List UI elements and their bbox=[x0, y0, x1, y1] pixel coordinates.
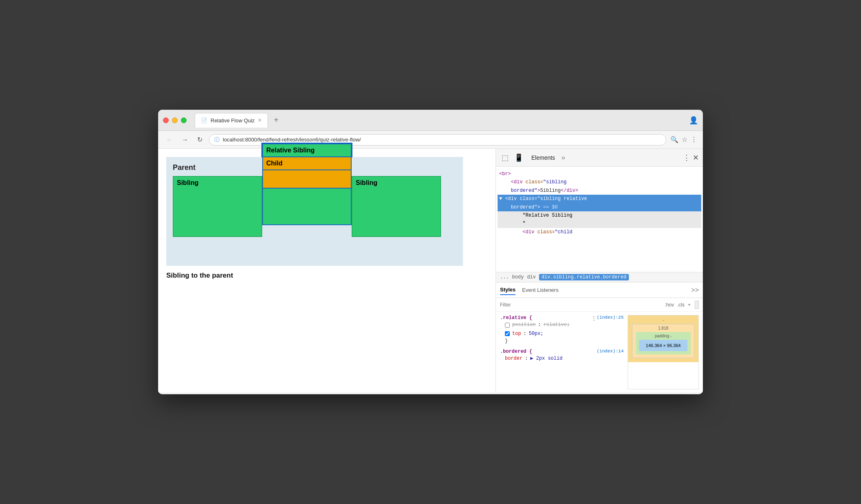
relative-sibling-bottom bbox=[262, 189, 352, 225]
elem-line-relative-highlighted[interactable]: ▼ <div class="sibling relative bbox=[498, 195, 701, 203]
styles-tabs: Styles Event Listeners >> bbox=[496, 282, 703, 298]
filter-cls[interactable]: .cls bbox=[677, 302, 685, 308]
prop-name-position: position bbox=[512, 321, 536, 330]
parent-container: Parent Sibling Relative Sibling Child bbox=[166, 157, 463, 266]
sibling-right-label: Sibling bbox=[356, 179, 377, 187]
prop-checkbox-position[interactable] bbox=[505, 323, 510, 328]
tab-more[interactable]: >> bbox=[691, 285, 699, 295]
elem-open-tag: <div bbox=[511, 179, 526, 185]
child-bottom-box bbox=[262, 170, 352, 189]
breadcrumb-bar: ... body div div.sibling.relative.border… bbox=[496, 272, 703, 282]
elem-line-relative2[interactable]: bordered"> == $0 bbox=[498, 203, 701, 211]
rule-source-bordered[interactable]: (index):14 bbox=[597, 349, 624, 354]
nav-actions: 🔍 ☆ ⋮ bbox=[670, 136, 697, 143]
zoom-button[interactable]: 🔍 bbox=[670, 136, 678, 143]
elem-attr-value1: "sibling bbox=[543, 179, 567, 185]
prop-value-top[interactable]: 50px; bbox=[529, 330, 544, 339]
browser-tab[interactable]: 📄 Relative Flow Quiz ✕ bbox=[195, 113, 268, 128]
nav-bar: ← → ↻ ⓘ localhost:8000/fend/fend-refresh… bbox=[158, 131, 703, 149]
elem-attr-relative: "sibling relative bbox=[537, 196, 587, 202]
devtools-close-button[interactable]: ✕ bbox=[693, 153, 699, 162]
maximize-traffic-light[interactable] bbox=[181, 117, 187, 123]
tab-close-button[interactable]: ✕ bbox=[258, 117, 262, 123]
rule-source-relative[interactable]: (index):25 bbox=[597, 315, 624, 320]
prop-name-top: top bbox=[512, 330, 521, 339]
breadcrumb-body[interactable]: body bbox=[512, 274, 524, 280]
close-traffic-light[interactable] bbox=[163, 117, 169, 123]
devtools-panel: ⬚ 📱 Elements » ⋮ ✕ <br> <div class="sibl… bbox=[496, 149, 703, 393]
rule-prop-border: border : ▶ 2px solid bbox=[505, 354, 624, 363]
elem-line-div-sibling2[interactable]: bordered">Sibling</div> bbox=[498, 187, 701, 195]
prop-checkbox-top[interactable] bbox=[505, 331, 510, 336]
secure-icon: ⓘ bbox=[214, 136, 220, 143]
devtools-tab-elements[interactable]: Elements bbox=[527, 154, 559, 161]
tab-icon: 📄 bbox=[201, 117, 207, 124]
box-model-content: 146.364 × 96.364 bbox=[639, 340, 687, 351]
elem-tag: <br> bbox=[499, 171, 511, 177]
reload-button[interactable]: ↻ bbox=[195, 134, 205, 145]
tab-title: Relative Flow Quiz bbox=[211, 117, 254, 124]
profile-icon[interactable]: 👤 bbox=[689, 116, 698, 125]
tab-event-listeners[interactable]: Event Listeners bbox=[522, 285, 559, 295]
prop-name-border: border bbox=[505, 354, 522, 363]
filter-hov[interactable]: :hov bbox=[665, 302, 674, 308]
title-bar: 📄 Relative Flow Quiz ✕ + 👤 bbox=[158, 110, 703, 131]
new-tab-button[interactable]: + bbox=[270, 114, 282, 126]
sibling-left-label: Sibling bbox=[177, 179, 198, 187]
elements-panel: <br> <div class="sibling bordered">Sibli… bbox=[496, 167, 703, 272]
elem-attr-child-value: "child bbox=[555, 229, 572, 235]
elem-text-sibling: Sibling bbox=[540, 188, 561, 193]
rule-more-relative[interactable]: ⋮ bbox=[591, 315, 597, 322]
page-area: Parent Sibling Relative Sibling Child bbox=[158, 149, 496, 393]
filter-add[interactable]: + bbox=[688, 302, 691, 308]
styles-rules: .relative { (index):25 ⋮ position : rela… bbox=[496, 312, 703, 393]
box-model-border-value: 1.818 bbox=[634, 326, 692, 330]
tab-area: 📄 Relative Flow Quiz ✕ + bbox=[195, 113, 685, 128]
main-content: Parent Sibling Relative Sibling Child bbox=[158, 149, 703, 393]
prop-colon-position: : bbox=[538, 321, 541, 330]
siblings-row: Sibling Relative Sibling Child Sibling bbox=[173, 176, 457, 258]
minimize-traffic-light[interactable] bbox=[172, 117, 178, 123]
breadcrumb-ellipsis[interactable]: ... bbox=[500, 274, 509, 280]
traffic-lights bbox=[163, 117, 187, 123]
devtools-toolbar: ⬚ 📱 Elements » ⋮ ✕ bbox=[496, 149, 703, 167]
breadcrumb-active[interactable]: div.sibling.relative.bordered bbox=[539, 274, 629, 280]
box-model-border: 1.818 padding - 146.364 × 96.364 bbox=[632, 324, 694, 358]
inspect-element-button[interactable]: ⬚ bbox=[500, 152, 510, 164]
relative-sibling-label: Relative Sibling bbox=[262, 143, 352, 156]
rule-body-bordered: border : ▶ 2px solid bbox=[500, 354, 624, 363]
rule-prop-top: top : 50px; bbox=[505, 330, 624, 339]
style-rule-bordered: .bordered { (index):14 border : ▶ 2px so… bbox=[500, 349, 624, 363]
breadcrumb-div[interactable]: div bbox=[527, 274, 536, 280]
elem-attr-value2: bordered" bbox=[511, 188, 537, 193]
styles-scroll[interactable] bbox=[695, 301, 699, 309]
styles-filter-input[interactable] bbox=[500, 302, 661, 308]
prop-value-border[interactable]: ▶ 2px solid bbox=[530, 354, 562, 363]
elem-line-child[interactable]: <div class="child bbox=[498, 228, 701, 236]
bookmark-button[interactable]: ☆ bbox=[682, 136, 687, 143]
elem-line-div-sibling[interactable]: <div class="sibling bbox=[498, 178, 701, 186]
elem-line-text2: " bbox=[498, 219, 701, 228]
styles-left: .relative { (index):25 ⋮ position : rela… bbox=[500, 315, 624, 389]
device-toolbar-button[interactable]: 📱 bbox=[513, 152, 525, 164]
box-model-size: 146.364 × 96.364 bbox=[646, 343, 681, 348]
rule-header-bordered: .bordered { (index):14 bbox=[500, 349, 624, 354]
style-rule-relative: .relative { (index):25 ⋮ position : rela… bbox=[500, 315, 624, 344]
devtools-more-button[interactable]: ⋮ bbox=[683, 153, 690, 162]
rule-header-relative: .relative { (index):25 ⋮ bbox=[500, 315, 624, 321]
menu-button[interactable]: ⋮ bbox=[691, 136, 697, 143]
back-button[interactable]: ← bbox=[164, 135, 175, 145]
rule-selector-bordered: .bordered { bbox=[500, 349, 532, 354]
box-model-outer: - 1.818 padding - 146.364 × 96.364 bbox=[628, 315, 698, 362]
forward-button[interactable]: → bbox=[179, 135, 191, 145]
elem-attr-child-class: class= bbox=[537, 229, 555, 235]
elem-pseudo: == $0 bbox=[543, 204, 558, 210]
box-model-padding-label: padding - bbox=[637, 334, 689, 338]
rule-prop-position: position : relative; bbox=[505, 321, 591, 330]
devtools-more-tabs-icon[interactable]: » bbox=[561, 154, 565, 161]
browser-window: 📄 Relative Flow Quiz ✕ + 👤 ← → ↻ ⓘ local… bbox=[158, 110, 703, 394]
tab-styles[interactable]: Styles bbox=[500, 285, 515, 295]
box-model-margin-label: - bbox=[631, 318, 696, 322]
relative-sibling: Relative Sibling Child bbox=[262, 143, 352, 225]
prop-value-position[interactable]: relative; bbox=[544, 321, 570, 330]
